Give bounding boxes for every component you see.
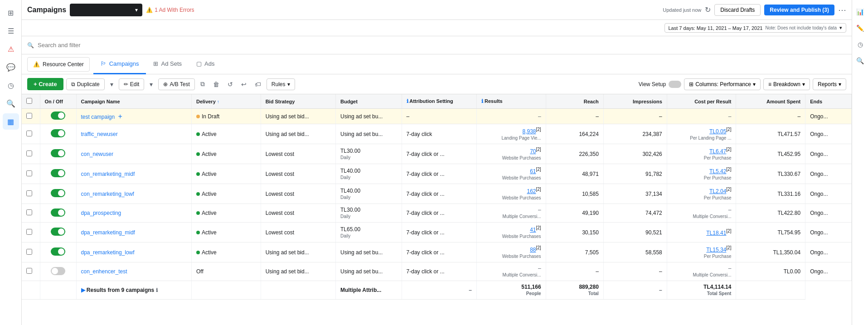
rules-button[interactable]: Rules ▾ [267,78,295,90]
results-sub: Website Purchases [502,155,541,160]
campaign-toggle[interactable] [51,149,65,157]
sidebar-alert-icon[interactable]: ⚠ [3,41,19,57]
col-ends: Ends [805,94,852,109]
sidebar-home-icon[interactable]: ⊞ [3,5,19,21]
results-value[interactable]: 61 [530,168,536,175]
cost-value[interactable]: TL18.41 [706,230,726,236]
right-chart-icon[interactable]: 📊 [853,5,867,19]
cost-value[interactable]: TL15.34 [706,247,726,253]
row-checkbox[interactable] [26,150,32,156]
reports-button[interactable]: Reports ▾ [813,78,846,90]
reach-value: 10,585 [582,191,599,197]
results-value[interactable]: 41 [530,227,536,233]
refresh-icon-button[interactable]: ↺ [225,78,236,90]
results-value[interactable]: 162 [527,188,536,194]
columns-button[interactable]: ⊞ Columns: Performance ▾ [684,78,761,90]
breakdown-button[interactable]: ≡ Breakdown ▾ [763,78,810,90]
row-checkbox[interactable] [26,170,32,176]
discard-drafts-button[interactable]: Discard Drafts [714,4,761,16]
cost-value[interactable]: TL2.04 [709,188,726,194]
campaign-toggle[interactable] [51,247,65,256]
row-checkbox[interactable] [26,229,32,235]
sidebar-search-icon[interactable]: 🔍 [3,95,19,112]
attribution-info-icon[interactable]: ℹ [407,98,408,104]
cost-value[interactable]: TL0.05 [709,128,726,135]
sidebar-chat-icon[interactable]: 💬 [3,59,19,75]
select-all-checkbox[interactable] [26,98,32,104]
results-value[interactable]: 88 [530,247,536,253]
campaign-name-link[interactable]: con_newuser [81,151,113,157]
tab-campaigns[interactable]: 🏳 Campaigns [93,54,146,74]
results-info-icon[interactable]: ℹ [156,287,158,293]
copy-icon-button[interactable]: ⧉ [198,78,208,90]
results-info-icon[interactable]: ℹ [481,98,483,104]
duplicate-dropdown-button[interactable]: ▾ [107,78,116,90]
ends-value: Ongo... [810,131,828,137]
tab-adsets[interactable]: ⊞ Ad Sets [146,54,189,74]
sidebar-history-icon[interactable]: ◷ [3,77,19,93]
edit-button[interactable]: ✏ Edit [119,78,145,90]
row-checkbox[interactable] [26,209,32,215]
campaign-name-link[interactable]: dpa_remarketing_lowf [81,249,135,256]
results-value[interactable]: 70 [530,148,536,155]
campaign-name-link[interactable]: traffic_newuser [81,131,118,137]
campaign-toggle[interactable] [51,112,65,120]
campaign-name-link[interactable]: dpa_prospecting [81,210,121,216]
campaign-toggle[interactable] [51,267,65,275]
more-options-button[interactable]: ⋯ [838,5,846,15]
row-checkbox[interactable] [26,113,32,119]
view-setup[interactable]: View Setup [639,81,682,88]
sidebar-menu-icon[interactable]: ☰ [3,23,19,39]
tag-icon-button[interactable]: 🏷 [252,78,264,90]
row-checkbox[interactable] [26,131,32,136]
ends-value: Ongo... [810,113,828,120]
results-expand-icon[interactable]: ▶ [81,287,85,293]
date-range-selector[interactable]: Last 7 days: May 11, 2021 – May 17, 2021… [664,23,847,33]
date-note: Note: Does not include today's data [765,25,837,30]
row-checkbox[interactable] [26,268,32,274]
delivery-status: Off [196,268,204,275]
duplicate-button[interactable]: ⧉ Duplicate [66,78,105,90]
view-setup-toggle[interactable] [669,81,681,88]
undo-icon-button[interactable]: ↩ [238,78,249,90]
campaign-selector[interactable]: ▾ [70,4,142,16]
ab-test-button[interactable]: ⊕ A/B Test [158,78,194,90]
spent-value: TL0.00 [784,268,800,275]
cost-value[interactable]: TL5.42 [709,168,726,175]
campaign-toggle[interactable] [51,129,65,137]
campaign-toggle[interactable] [51,209,65,217]
footer-results: – [469,287,472,293]
cost-sub: Per Landing Page ... [690,136,731,141]
create-button[interactable]: + Create [27,78,63,90]
results-value[interactable]: 8,938 [522,128,536,135]
campaign-name-link[interactable]: con_remarketing_midf [81,171,135,177]
delete-icon-button[interactable]: 🗑 [210,78,222,90]
tab-ads[interactable]: ▢ Ads [189,54,222,74]
col-delivery[interactable]: Delivery ↑ [191,94,261,109]
resource-center-button[interactable]: ⚠️ Resource Center [27,57,90,72]
refresh-button[interactable]: ↻ [705,5,711,14]
edit-dropdown-button[interactable]: ▾ [147,78,155,90]
campaign-name-link[interactable]: dpa_remarketing_midf [81,229,135,236]
spent-value: TL330.67 [777,171,800,177]
review-publish-button[interactable]: Review and Publish (3) [764,5,834,15]
right-edit-icon[interactable]: ✏️ [853,21,867,35]
right-clock-icon[interactable]: ◷ [853,38,867,51]
row-checkbox[interactable] [26,190,32,196]
campaign-name-link[interactable]: test campaign [81,114,115,120]
impressions-value: 58,558 [645,249,662,256]
impressions-value: – [659,113,662,120]
budget-sub: Daily [340,233,350,238]
campaign-name-link[interactable]: con_remarketing_lowf [81,191,134,197]
right-search-icon[interactable]: 🔍 [853,54,867,68]
sidebar-grid-icon[interactable]: ▦ [3,113,19,130]
row-checkbox[interactable] [26,249,32,255]
search-input[interactable] [38,42,846,49]
campaign-toggle[interactable] [51,169,65,177]
add-campaign-icon[interactable]: + [118,112,122,120]
campaign-toggle[interactable] [51,189,65,197]
campaign-name-link[interactable]: con_enhencer_test [81,268,127,275]
status-dot [196,132,200,136]
cost-value[interactable]: TL6.47 [709,148,726,155]
campaign-toggle[interactable] [51,228,65,236]
